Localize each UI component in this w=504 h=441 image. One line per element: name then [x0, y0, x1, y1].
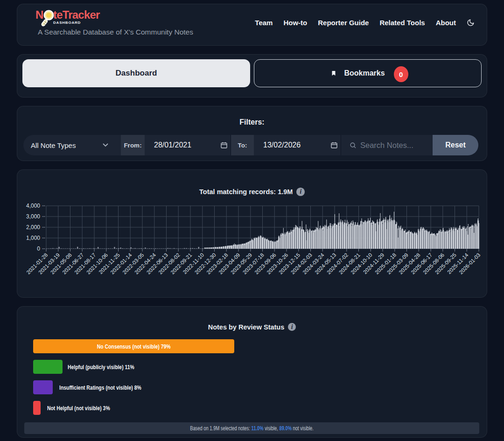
svg-text:4,000: 4,000 [26, 203, 40, 209]
svg-text:2,000: 2,000 [26, 224, 40, 231]
svg-text:3,000: 3,000 [26, 213, 40, 220]
svg-text:0: 0 [37, 245, 40, 252]
svg-text:1,000: 1,000 [26, 235, 40, 241]
